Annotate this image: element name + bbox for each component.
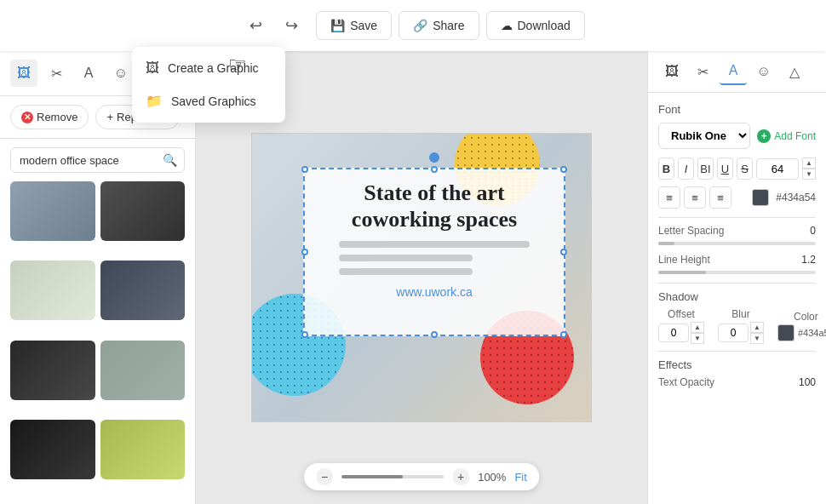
create-graphic-icon: 🖼 (146, 60, 159, 76)
align-row: ≡ ≡ ≡ #434a54 (658, 186, 816, 209)
shadow-blur-stepper: ▲ ▼ (750, 322, 764, 344)
zoom-out-button[interactable]: − (316, 468, 333, 485)
shadow-section: Shadow Offset ▲ ▼ Blur (658, 290, 816, 344)
text-tool-btn[interactable]: A (75, 60, 102, 87)
italic-button[interactable]: I (678, 158, 694, 180)
image-thumb-4[interactable] (100, 261, 186, 320)
align-left-btn[interactable]: ≡ (658, 186, 680, 209)
line-height-slider[interactable] (658, 271, 816, 274)
image-tool-btn[interactable]: 🖼 (10, 60, 37, 87)
shadow-offset-stepper: ▲ ▼ (691, 322, 704, 344)
add-font-icon: + (757, 129, 771, 143)
download-icon: ☁ (501, 19, 513, 32)
zoom-fit-button[interactable]: Fit (514, 471, 526, 484)
divider-1 (658, 217, 816, 218)
emoji-tool-btn[interactable]: ☺ (107, 60, 135, 87)
create-dropdown-menu: 🖼 Create a Graphic 📁 Saved Graphics (132, 47, 285, 123)
handle-bl[interactable] (301, 331, 308, 338)
undo-redo-group: ↩ ↪ (241, 11, 306, 40)
shadow-blur-label: Blur (731, 308, 749, 320)
share-button[interactable]: 🔗 Share (399, 11, 479, 40)
canvas-url: www.uwork.ca (396, 285, 472, 299)
search-box: 🔍 (10, 147, 185, 173)
rp-shape-btn[interactable]: △ (781, 58, 808, 85)
shadow-offset-input[interactable] (658, 324, 689, 342)
canvas-graphic: State of the art coworking spaces www.uw… (251, 133, 592, 422)
download-button[interactable]: ☁ Download (486, 11, 585, 40)
font-size-stepper: ▲ ▼ (802, 158, 816, 180)
rp-adjust-btn[interactable]: ✂ (689, 58, 716, 85)
blur-down-btn[interactable]: ▼ (750, 333, 764, 344)
zoom-bar: − + 100% Fit (304, 463, 539, 490)
font-color-swatch[interactable] (752, 189, 769, 206)
size-up-btn[interactable]: ▲ (802, 158, 816, 169)
canvas-container: State of the art coworking spaces www.uw… (251, 133, 592, 422)
cursor-hand: ☞ (228, 53, 247, 77)
handle-tr[interactable] (560, 166, 567, 173)
remove-icon: ✕ (21, 112, 33, 123)
shadow-color-swatch[interactable] (777, 324, 794, 341)
create-graphic-item[interactable]: 🖼 Create a Graphic (132, 52, 285, 84)
undo-button[interactable]: ↩ (241, 11, 270, 40)
font-size-input[interactable] (756, 158, 799, 180)
handle-rm[interactable] (560, 249, 567, 255)
divider-2 (658, 283, 816, 284)
zoom-slider[interactable] (341, 475, 444, 478)
underline-button[interactable]: U (717, 158, 733, 180)
shadow-color-value: #434a54 (798, 328, 826, 338)
toolbar-actions: 💾 Save 🔗 Share ☁ Download (316, 11, 585, 40)
save-icon: 💾 (330, 19, 345, 32)
effects-title: Effects (658, 358, 816, 371)
zoom-in-button[interactable]: + (452, 468, 469, 485)
redo-button[interactable]: ↪ (277, 11, 306, 40)
shadow-blur-input[interactable] (718, 324, 749, 342)
font-select[interactable]: Rubik One (658, 123, 750, 149)
line-height-fill (658, 271, 706, 274)
canvas-line-1 (339, 241, 530, 248)
rp-emoji-btn[interactable]: ☺ (750, 58, 777, 85)
image-thumb-7[interactable] (10, 420, 95, 479)
image-thumb-5[interactable] (10, 341, 95, 400)
image-thumb-1[interactable] (10, 181, 95, 241)
share-icon: 🔗 (413, 19, 427, 32)
search-input[interactable] (20, 154, 163, 167)
bold-italic-button[interactable]: BI (697, 158, 714, 180)
rotate-handle[interactable] (429, 152, 439, 163)
zoom-value: 100% (478, 471, 506, 484)
font-section-label: Font (658, 103, 816, 116)
offset-up-btn[interactable]: ▲ (691, 322, 704, 333)
handle-br[interactable] (560, 331, 567, 338)
letter-spacing-row: Letter Spacing 0 (658, 225, 816, 237)
handle-lm[interactable] (301, 249, 308, 255)
opacity-label: Text Opacity (658, 376, 714, 388)
image-thumb-2[interactable] (100, 181, 186, 241)
right-panel: 🖼 ✂ A ☺ △ Font Rubik One + Add Font B I … (647, 51, 826, 504)
add-font-button[interactable]: + Add Font (757, 129, 816, 143)
save-button[interactable]: 💾 Save (316, 11, 392, 40)
rp-text-btn[interactable]: A (720, 58, 747, 85)
image-grid (0, 181, 195, 504)
blur-up-btn[interactable]: ▲ (750, 322, 764, 333)
saved-graphics-item[interactable]: 📁 Saved Graphics (132, 84, 285, 117)
handle-bm[interactable] (431, 331, 438, 338)
image-thumb-6[interactable] (100, 341, 186, 400)
size-down-btn[interactable]: ▼ (802, 169, 816, 180)
text-selection-box[interactable]: State of the art coworking spaces www.uw… (303, 168, 565, 336)
rp-image-btn[interactable]: 🖼 (658, 58, 685, 85)
bold-button[interactable]: B (658, 158, 674, 180)
line-height-value: 1.2 (801, 254, 816, 266)
remove-button[interactable]: ✕ Remove (10, 105, 89, 129)
image-thumb-8[interactable] (100, 420, 186, 479)
strikethrough-button[interactable]: S (737, 158, 753, 180)
image-thumb-3[interactable] (10, 261, 95, 320)
letter-spacing-slider[interactable] (658, 242, 816, 245)
font-color-label: #434a54 (776, 192, 816, 203)
align-right-btn[interactable]: ≡ (709, 186, 731, 209)
handle-tl[interactable] (301, 166, 308, 173)
adjust-tool-btn[interactable]: ✂ (43, 60, 70, 87)
plus-icon: + (106, 111, 113, 123)
top-toolbar: ↩ ↪ 💾 Save 🔗 Share ☁ Download (0, 0, 826, 51)
offset-down-btn[interactable]: ▼ (691, 333, 704, 344)
align-center-btn[interactable]: ≡ (684, 186, 706, 209)
handle-tm[interactable] (431, 166, 438, 173)
